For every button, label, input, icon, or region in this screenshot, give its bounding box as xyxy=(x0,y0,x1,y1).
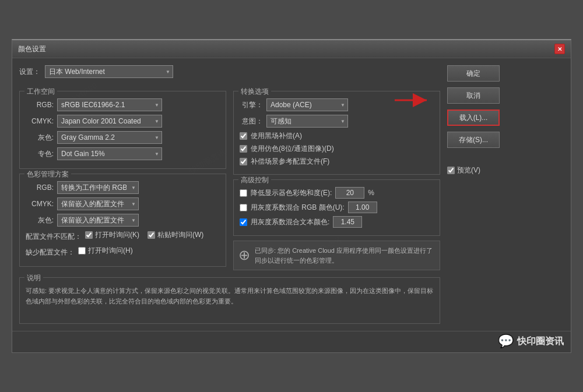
wechat-icon: 💬 xyxy=(498,334,514,349)
blend-text-check[interactable] xyxy=(240,218,247,226)
sync-box: ⊕ 已同步: 您的 Creative Cloud 应用程序使用同一颜色设置进行了… xyxy=(233,241,440,270)
engine-select[interactable]: Adobe (ACE) xyxy=(266,98,348,111)
missing-check1[interactable] xyxy=(78,247,86,255)
cm-gray-select-wrapper: 保留嵌入的配置文件 xyxy=(57,214,139,227)
cm-gray-row: 灰色: 保留嵌入的配置文件 xyxy=(26,214,220,227)
preview-label: 预览(V) xyxy=(457,165,480,175)
missing-label: 缺少配置文件： xyxy=(26,248,75,257)
cm-gray-select[interactable]: 保留嵌入的配置文件 xyxy=(57,214,139,227)
preview-check[interactable] xyxy=(447,167,455,174)
left-col: 工作空间 RGB: sRGB IEC61966-2.1 xyxy=(19,91,226,271)
rgb-row: RGB: sRGB IEC61966-2.1 xyxy=(26,98,220,111)
engine-label: 引擎： xyxy=(240,100,263,110)
gray-ws-label: 灰色: xyxy=(26,133,54,143)
color-management-content: RGB: 转换为工作中的 RGB CMYK: xyxy=(26,181,220,259)
saturation-unit: % xyxy=(368,189,374,197)
mismatch-check2-wrapper: 粘贴时询问(W) xyxy=(147,230,203,240)
advanced-content: 降低显示器色彩饱和度(E): % 用灰度系数混合 RGB 颜色(U): xyxy=(240,187,434,228)
saturation-row: 降低显示器色彩饱和度(E): % xyxy=(240,187,434,199)
ok-button[interactable]: 确定 xyxy=(447,65,500,82)
blend-text-input[interactable] xyxy=(333,216,362,228)
dither-check[interactable] xyxy=(240,145,247,153)
mismatch-row: 配置文件不匹配： 打开时询问(K) 粘贴时询问(W) xyxy=(26,230,220,243)
gray-ws-select[interactable]: Gray Gamma 2.2 xyxy=(57,131,162,144)
spot-select-wrapper: Dot Gain 15% xyxy=(57,147,162,160)
advanced-title: 高级控制 xyxy=(238,175,271,185)
missing-check1-label: 打开时询问(H) xyxy=(88,246,133,256)
two-column: 工作空间 RGB: sRGB IEC61966-2.1 xyxy=(19,91,440,271)
cmyk-select[interactable]: Japan Color 2001 Coated xyxy=(57,115,162,128)
sync-icon: ⊕ xyxy=(238,247,250,263)
spot-select[interactable]: Dot Gain 15% xyxy=(57,147,162,160)
cm-rgb-select[interactable]: 转换为工作中的 RGB xyxy=(57,181,139,194)
load-button[interactable]: 载入(L)... xyxy=(447,110,500,126)
intent-select[interactable]: 可感知 xyxy=(266,115,348,128)
conversion-title: 转换选项 xyxy=(238,87,271,97)
cm-rgb-row: RGB: 转换为工作中的 RGB xyxy=(26,181,220,194)
saturation-label: 降低显示器色彩饱和度(E): xyxy=(251,188,332,198)
saturation-check[interactable] xyxy=(240,189,247,197)
dialog-title: 颜色设置 xyxy=(18,44,46,54)
preview-row: 预览(V) xyxy=(447,165,564,175)
mismatch-check2[interactable] xyxy=(147,231,155,239)
color-management-title: 色彩管理方案 xyxy=(24,169,71,179)
scene-ref-label: 补偿场景参考配置文件(F) xyxy=(251,157,329,167)
workspace-content: RGB: sRGB IEC61966-2.1 CMYK: xyxy=(26,98,220,160)
cm-cmyk-select-wrapper: 保留嵌入的配置文件 xyxy=(57,197,139,210)
description-title: 说明 xyxy=(24,273,43,283)
missing-check1-wrapper: 打开时询问(H) xyxy=(78,246,133,256)
saturation-input[interactable] xyxy=(335,187,364,199)
cmyk-row: CMYK: Japan Color 2001 Coated xyxy=(26,115,220,128)
cancel-button[interactable]: 取消 xyxy=(447,87,500,104)
blackpoint-check[interactable] xyxy=(240,132,247,140)
blend-rgb-label: 用灰度系数混合 RGB 颜色(U): xyxy=(251,203,345,213)
scene-ref-row: 补偿场景参考配置文件(F) xyxy=(240,157,434,167)
blend-rgb-row: 用灰度系数混合 RGB 颜色(U): xyxy=(240,202,434,213)
settings-select[interactable]: 日本 Web/Internet xyxy=(45,65,173,78)
mismatch-check1[interactable] xyxy=(85,231,93,239)
scene-ref-check[interactable] xyxy=(240,158,247,165)
cmyk-label: CMYK: xyxy=(26,117,54,125)
missing-row: 缺少配置文件： 打开时询问(H) xyxy=(26,246,220,259)
cm-rgb-select-wrapper: 转换为工作中的 RGB xyxy=(57,181,139,194)
mismatch-check2-label: 粘贴时询问(W) xyxy=(157,230,203,240)
bottom-bar: 💬 快印圈资讯 xyxy=(12,331,571,352)
blend-rgb-check[interactable] xyxy=(240,204,247,211)
close-button[interactable]: ✕ xyxy=(554,44,565,54)
rgb-select-wrapper: sRGB IEC61966-2.1 xyxy=(57,98,162,111)
blackpoint-label: 使用黑场补偿(A) xyxy=(251,131,302,141)
mismatch-check1-label: 打开时询问(K) xyxy=(95,230,139,240)
cm-cmyk-row: CMYK: 保留嵌入的配置文件 xyxy=(26,197,220,210)
left-panel: 设置： 日本 Web/Internet 工作空间 RGB: xyxy=(19,65,440,324)
workspace-title: 工作空间 xyxy=(24,87,57,97)
engine-select-wrapper: Adobe (ACE) xyxy=(266,98,348,111)
blackpoint-row: 使用黑场补偿(A) xyxy=(240,131,434,141)
rgb-label: RGB: xyxy=(26,101,54,109)
blend-text-label: 用灰度系数混合文本颜色: xyxy=(251,217,329,227)
cm-cmyk-select[interactable]: 保留嵌入的配置文件 xyxy=(57,197,139,210)
workspace-group: 工作空间 RGB: sRGB IEC61966-2.1 xyxy=(19,91,226,169)
mismatch-check1-wrapper: 打开时询问(K) xyxy=(85,230,139,240)
rgb-select[interactable]: sRGB IEC61966-2.1 xyxy=(57,98,162,111)
blend-rgb-input[interactable] xyxy=(348,202,377,213)
color-settings-dialog: 颜色设置 ✕ 设置： 日本 Web/Internet 工作空间 xyxy=(12,39,571,353)
dialog-body: 设置： 日本 Web/Internet 工作空间 RGB: xyxy=(12,58,571,331)
settings-select-wrapper: 日本 Web/Internet xyxy=(45,65,173,78)
spot-label: 专色: xyxy=(26,149,54,159)
intent-label: 意图： xyxy=(240,116,263,126)
spot-row: 专色: Dot Gain 15% xyxy=(26,147,220,160)
save-button[interactable]: 存储(S)... xyxy=(447,132,500,148)
settings-row: 设置： 日本 Web/Internet xyxy=(19,65,440,78)
brand-text: 快印圈资讯 xyxy=(517,336,564,348)
cmyk-select-wrapper: Japan Color 2001 Coated xyxy=(57,115,162,128)
sync-text: 已同步: 您的 Creative Cloud 应用程序使用同一颜色设置进行了同步… xyxy=(255,246,435,265)
advanced-group: 高级控制 降低显示器色彩饱和度(E): % 用灰度系数混合 RGB 颜色(U): xyxy=(233,179,440,236)
title-bar: 颜色设置 ✕ xyxy=(12,40,571,58)
settings-label: 设置： xyxy=(19,67,40,77)
red-arrow xyxy=(389,89,436,112)
intent-select-wrapper: 可感知 xyxy=(266,115,348,128)
intent-row: 意图： 可感知 xyxy=(240,115,434,128)
gray-ws-select-wrapper: Gray Gamma 2.2 xyxy=(57,131,162,144)
dither-label: 使用仿色(8位/通道图像)(D) xyxy=(251,144,334,154)
mismatch-label: 配置文件不匹配： xyxy=(26,232,82,242)
